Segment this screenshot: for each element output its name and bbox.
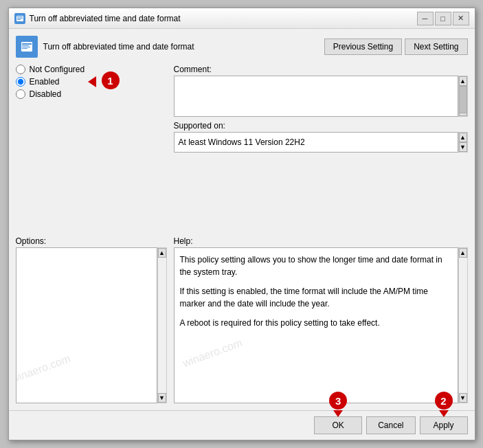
policy-icon [16,36,38,58]
badge-1: 1 [102,71,120,89]
footer: 3 OK Cancel 2 Apply [9,410,475,440]
previous-setting-button[interactable]: Previous Setting [324,38,402,55]
apply-button[interactable]: Apply [420,416,468,434]
minimize-button[interactable]: ─ [417,12,434,25]
watermark-help: winaero.com [180,335,244,372]
radio-group: Not Configured Enabled 1 [16,65,167,99]
main-window: Turn off abbreviated time and date forma… [8,8,475,440]
options-panel: Options: winaero.com ▲ ▼ [16,236,167,404]
help-text-3: A reboot is required for this policy set… [180,317,452,329]
nav-buttons: Previous Setting Next Setting [324,38,468,55]
content-area: Turn off abbreviated time and date forma… [9,29,475,410]
svg-rect-3 [17,18,23,19]
settings-section: Not Configured Enabled 1 [16,65,468,232]
help-scroll-up[interactable]: ▲ [459,248,467,258]
top-left: Turn off abbreviated time and date forma… [16,36,194,58]
svg-rect-10 [22,48,27,49]
sup-scroll-up[interactable]: ▲ [459,133,467,142]
left-panel: Not Configured Enabled 1 [16,65,167,232]
next-setting-button[interactable]: Next Setting [405,38,467,55]
window-controls: ─ □ ✕ [417,12,469,25]
comment-scrollbar: ▲ ▼ [458,76,468,117]
comment-label: Comment: [174,65,468,74]
disabled-label: Disabled [30,89,62,99]
not-configured-option[interactable]: Not Configured [16,65,167,74]
cancel-button[interactable]: Cancel [366,416,415,434]
help-box: This policy setting allows you to show t… [174,247,458,404]
supported-label: Supported on: [174,121,468,131]
supported-section: Supported on: At least Windows 11 Versio… [174,121,468,153]
not-configured-radio[interactable] [16,65,25,74]
maximize-button[interactable]: □ [435,12,451,25]
policy-title: Turn off abbreviated time and date forma… [43,42,194,52]
disabled-option[interactable]: Disabled [16,89,167,99]
top-section: Turn off abbreviated time and date forma… [16,36,468,58]
title-bar-text: Turn off abbreviated time and date forma… [30,14,413,23]
help-panel: Help: This policy setting allows you to … [174,236,468,404]
watermark-options: winaero.com [16,352,72,385]
help-text-1: This policy setting allows you to show t… [180,254,452,278]
svg-rect-2 [17,16,23,17]
disabled-radio[interactable] [16,89,25,99]
close-button[interactable]: ✕ [453,12,469,25]
supported-scrollbar: ▲ ▼ [458,132,468,153]
svg-rect-7 [22,43,32,45]
help-scrollbar: ▲ ▼ [458,247,468,404]
help-scroll-down[interactable]: ▼ [459,393,467,403]
enabled-radio[interactable] [16,77,25,87]
enabled-label: Enabled [30,77,60,87]
svg-rect-9 [22,47,30,47]
window-icon [14,13,25,24]
ok-button[interactable]: OK [314,416,362,434]
opt-scroll-up[interactable]: ▲ [158,248,166,258]
sup-scroll-down[interactable]: ▼ [459,142,467,152]
bottom-split: Options: winaero.com ▲ ▼ Help: [16,236,468,404]
options-box: winaero.com [16,247,157,404]
not-configured-label: Not Configured [30,65,85,74]
options-scrollbar: ▲ ▼ [157,247,167,404]
svg-rect-8 [22,45,29,46]
scroll-up-btn[interactable]: ▲ [459,76,467,86]
comment-section: Comment: ▲ ▼ [174,65,468,117]
options-label: Options: [16,236,167,246]
help-label: Help: [174,236,468,246]
opt-scroll-down[interactable]: ▼ [158,393,166,403]
comment-input[interactable] [174,76,458,117]
right-panel: Comment: ▲ ▼ Supported on: [174,65,468,232]
help-text-2: If this setting is enabled, the time for… [180,285,452,310]
title-bar: Turn off abbreviated time and date forma… [9,8,475,29]
svg-rect-4 [17,19,21,20]
supported-value: At least Windows 11 Version 22H2 [174,132,458,153]
